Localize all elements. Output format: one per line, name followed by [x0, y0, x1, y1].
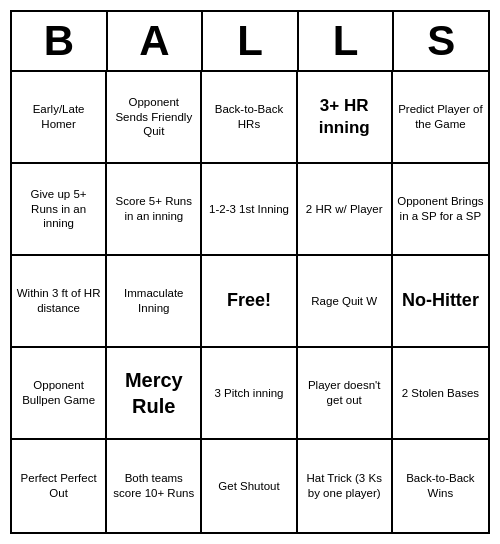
bingo-cell-22[interactable]: Get Shutout [202, 440, 297, 532]
bingo-cell-2[interactable]: Back-to-Back HRs [202, 72, 297, 164]
bingo-cell-3[interactable]: 3+ HR inning [298, 72, 393, 164]
bingo-cell-8[interactable]: 2 HR w/ Player [298, 164, 393, 256]
bingo-cell-4[interactable]: Predict Player of the Game [393, 72, 488, 164]
bingo-cell-1[interactable]: Opponent Sends Friendly Quit [107, 72, 202, 164]
bingo-cell-24[interactable]: Back-to-Back Wins [393, 440, 488, 532]
bingo-cell-7[interactable]: 1-2-3 1st Inning [202, 164, 297, 256]
bingo-cell-23[interactable]: Hat Trick (3 Ks by one player) [298, 440, 393, 532]
bingo-cell-12[interactable]: Free! [202, 256, 297, 348]
bingo-cell-20[interactable]: Perfect Perfect Out [12, 440, 107, 532]
bingo-cell-14[interactable]: No-Hitter [393, 256, 488, 348]
header-s: S [394, 12, 488, 70]
bingo-cell-5[interactable]: Give up 5+ Runs in an inning [12, 164, 107, 256]
bingo-cell-13[interactable]: Rage Quit W [298, 256, 393, 348]
header-b: B [12, 12, 108, 70]
bingo-header: B A L L S [12, 12, 488, 72]
bingo-cell-11[interactable]: Immaculate Inning [107, 256, 202, 348]
bingo-cell-19[interactable]: 2 Stolen Bases [393, 348, 488, 440]
bingo-cell-9[interactable]: Opponent Brings in a SP for a SP [393, 164, 488, 256]
header-l1: L [203, 12, 299, 70]
header-l2: L [299, 12, 395, 70]
header-a: A [108, 12, 204, 70]
bingo-cell-15[interactable]: Opponent Bullpen Game [12, 348, 107, 440]
bingo-cell-16[interactable]: Mercy Rule [107, 348, 202, 440]
bingo-cell-6[interactable]: Score 5+ Runs in an inning [107, 164, 202, 256]
bingo-cell-17[interactable]: 3 Pitch inning [202, 348, 297, 440]
bingo-grid: Early/Late HomerOpponent Sends Friendly … [12, 72, 488, 532]
bingo-cell-0[interactable]: Early/Late Homer [12, 72, 107, 164]
bingo-cell-21[interactable]: Both teams score 10+ Runs [107, 440, 202, 532]
bingo-card: B A L L S Early/Late HomerOpponent Sends… [10, 10, 490, 534]
bingo-cell-18[interactable]: Player doesn't get out [298, 348, 393, 440]
bingo-cell-10[interactable]: Within 3 ft of HR distance [12, 256, 107, 348]
